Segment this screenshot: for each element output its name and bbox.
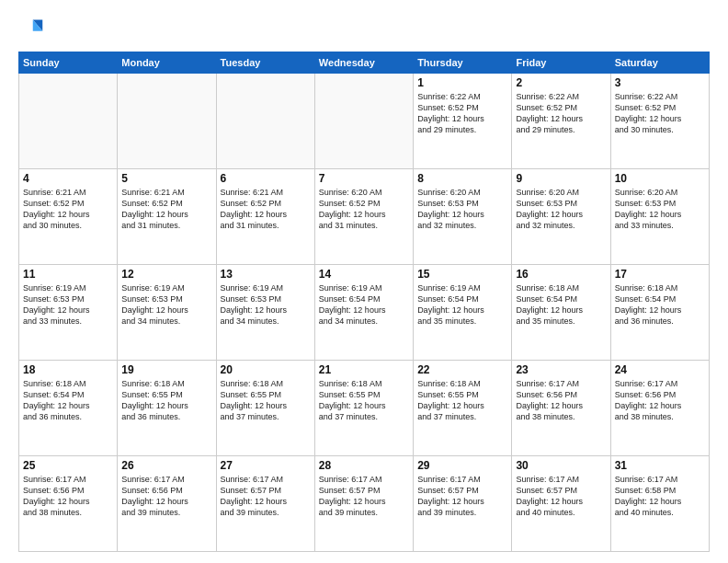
- day-number: 6: [221, 172, 311, 185]
- day-info: Sunrise: 6:19 AM Sunset: 6:53 PM Dayligh…: [221, 282, 311, 327]
- day-cell: 23Sunrise: 6:17 AM Sunset: 6:56 PM Dayli…: [512, 361, 610, 456]
- day-cell: 15Sunrise: 6:19 AM Sunset: 6:54 PM Dayli…: [414, 265, 512, 361]
- day-number: 8: [417, 172, 507, 185]
- day-info: Sunrise: 6:21 AM Sunset: 6:52 PM Dayligh…: [121, 187, 211, 232]
- day-number: 24: [615, 363, 705, 376]
- day-info: Sunrise: 6:17 AM Sunset: 6:56 PM Dayligh…: [121, 474, 211, 519]
- day-cell: [216, 74, 314, 169]
- day-number: 12: [121, 268, 211, 281]
- day-cell: 14Sunrise: 6:19 AM Sunset: 6:54 PM Dayli…: [314, 265, 413, 361]
- day-info: Sunrise: 6:21 AM Sunset: 6:52 PM Dayligh…: [23, 187, 113, 232]
- day-number: 25: [23, 459, 113, 472]
- day-cell: 28Sunrise: 6:17 AM Sunset: 6:57 PM Dayli…: [314, 456, 413, 552]
- day-cell: [118, 74, 216, 169]
- col-header-monday: Monday: [118, 52, 216, 74]
- day-info: Sunrise: 6:21 AM Sunset: 6:52 PM Dayligh…: [221, 187, 311, 232]
- day-number: 13: [221, 268, 311, 281]
- day-cell: 8Sunrise: 6:20 AM Sunset: 6:53 PM Daylig…: [414, 169, 512, 265]
- calendar-table: SundayMondayTuesdayWednesdayThursdayFrid…: [18, 52, 710, 552]
- day-cell: 22Sunrise: 6:18 AM Sunset: 6:55 PM Dayli…: [414, 361, 512, 456]
- day-info: Sunrise: 6:17 AM Sunset: 6:56 PM Dayligh…: [615, 378, 705, 423]
- day-cell: 7Sunrise: 6:20 AM Sunset: 6:52 PM Daylig…: [314, 169, 413, 265]
- day-cell: 31Sunrise: 6:17 AM Sunset: 6:58 PM Dayli…: [610, 456, 709, 552]
- day-info: Sunrise: 6:18 AM Sunset: 6:55 PM Dayligh…: [221, 378, 311, 423]
- day-cell: 24Sunrise: 6:17 AM Sunset: 6:56 PM Dayli…: [610, 361, 709, 456]
- col-header-sunday: Sunday: [19, 52, 118, 74]
- day-info: Sunrise: 6:17 AM Sunset: 6:56 PM Dayligh…: [23, 474, 113, 519]
- week-row-5: 25Sunrise: 6:17 AM Sunset: 6:56 PM Dayli…: [19, 456, 710, 552]
- day-info: Sunrise: 6:17 AM Sunset: 6:57 PM Dayligh…: [516, 474, 606, 519]
- day-cell: 13Sunrise: 6:19 AM Sunset: 6:53 PM Dayli…: [216, 265, 314, 361]
- logo: [18, 17, 48, 42]
- day-cell: 3Sunrise: 6:22 AM Sunset: 6:52 PM Daylig…: [610, 74, 709, 169]
- day-info: Sunrise: 6:18 AM Sunset: 6:55 PM Dayligh…: [319, 378, 409, 423]
- day-cell: 16Sunrise: 6:18 AM Sunset: 6:54 PM Dayli…: [512, 265, 610, 361]
- header: [18, 17, 710, 42]
- week-row-4: 18Sunrise: 6:18 AM Sunset: 6:54 PM Dayli…: [19, 361, 710, 456]
- day-number: 3: [615, 76, 705, 89]
- day-number: 15: [417, 268, 507, 281]
- day-cell: [314, 74, 413, 169]
- day-number: 9: [516, 172, 606, 185]
- day-info: Sunrise: 6:18 AM Sunset: 6:54 PM Dayligh…: [23, 378, 113, 423]
- day-cell: 19Sunrise: 6:18 AM Sunset: 6:55 PM Dayli…: [118, 361, 216, 456]
- page: SundayMondayTuesdayWednesdayThursdayFrid…: [0, 0, 728, 563]
- day-cell: 11Sunrise: 6:19 AM Sunset: 6:53 PM Dayli…: [19, 265, 118, 361]
- day-cell: 6Sunrise: 6:21 AM Sunset: 6:52 PM Daylig…: [216, 169, 314, 265]
- day-info: Sunrise: 6:20 AM Sunset: 6:53 PM Dayligh…: [417, 187, 507, 232]
- day-info: Sunrise: 6:19 AM Sunset: 6:54 PM Dayligh…: [319, 282, 409, 327]
- day-cell: 17Sunrise: 6:18 AM Sunset: 6:54 PM Dayli…: [610, 265, 709, 361]
- col-header-saturday: Saturday: [610, 52, 709, 74]
- day-cell: 18Sunrise: 6:18 AM Sunset: 6:54 PM Dayli…: [19, 361, 118, 456]
- day-number: 26: [121, 459, 211, 472]
- week-row-3: 11Sunrise: 6:19 AM Sunset: 6:53 PM Dayli…: [19, 265, 710, 361]
- day-number: 30: [516, 459, 606, 472]
- day-cell: 26Sunrise: 6:17 AM Sunset: 6:56 PM Dayli…: [118, 456, 216, 552]
- day-cell: 10Sunrise: 6:20 AM Sunset: 6:53 PM Dayli…: [610, 169, 709, 265]
- day-number: 23: [516, 363, 606, 376]
- day-info: Sunrise: 6:18 AM Sunset: 6:55 PM Dayligh…: [417, 378, 507, 423]
- day-cell: 12Sunrise: 6:19 AM Sunset: 6:53 PM Dayli…: [118, 265, 216, 361]
- day-number: 17: [615, 268, 705, 281]
- day-number: 16: [516, 268, 606, 281]
- day-number: 18: [23, 363, 113, 376]
- day-cell: 20Sunrise: 6:18 AM Sunset: 6:55 PM Dayli…: [216, 361, 314, 456]
- logo-icon: [18, 17, 44, 42]
- day-number: 4: [23, 172, 113, 185]
- day-info: Sunrise: 6:19 AM Sunset: 6:53 PM Dayligh…: [23, 282, 113, 327]
- day-number: 27: [221, 459, 311, 472]
- day-cell: 21Sunrise: 6:18 AM Sunset: 6:55 PM Dayli…: [314, 361, 413, 456]
- day-number: 2: [516, 76, 606, 89]
- day-info: Sunrise: 6:19 AM Sunset: 6:54 PM Dayligh…: [417, 282, 507, 327]
- col-header-friday: Friday: [512, 52, 610, 74]
- day-cell: 30Sunrise: 6:17 AM Sunset: 6:57 PM Dayli…: [512, 456, 610, 552]
- day-cell: 9Sunrise: 6:20 AM Sunset: 6:53 PM Daylig…: [512, 169, 610, 265]
- day-cell: 2Sunrise: 6:22 AM Sunset: 6:52 PM Daylig…: [512, 74, 610, 169]
- day-cell: 27Sunrise: 6:17 AM Sunset: 6:57 PM Dayli…: [216, 456, 314, 552]
- day-info: Sunrise: 6:17 AM Sunset: 6:58 PM Dayligh…: [615, 474, 705, 519]
- day-number: 31: [615, 459, 705, 472]
- day-info: Sunrise: 6:18 AM Sunset: 6:54 PM Dayligh…: [615, 282, 705, 327]
- day-info: Sunrise: 6:22 AM Sunset: 6:52 PM Dayligh…: [615, 91, 705, 136]
- day-info: Sunrise: 6:17 AM Sunset: 6:56 PM Dayligh…: [516, 378, 606, 423]
- col-header-wednesday: Wednesday: [314, 52, 413, 74]
- day-info: Sunrise: 6:22 AM Sunset: 6:52 PM Dayligh…: [417, 91, 507, 136]
- day-info: Sunrise: 6:22 AM Sunset: 6:52 PM Dayligh…: [516, 91, 606, 136]
- calendar-header-row: SundayMondayTuesdayWednesdayThursdayFrid…: [19, 52, 710, 74]
- day-number: 29: [417, 459, 507, 472]
- day-cell: [19, 74, 118, 169]
- day-cell: 4Sunrise: 6:21 AM Sunset: 6:52 PM Daylig…: [19, 169, 118, 265]
- week-row-1: 1Sunrise: 6:22 AM Sunset: 6:52 PM Daylig…: [19, 74, 710, 169]
- day-number: 19: [121, 363, 211, 376]
- day-info: Sunrise: 6:20 AM Sunset: 6:53 PM Dayligh…: [615, 187, 705, 232]
- day-info: Sunrise: 6:20 AM Sunset: 6:52 PM Dayligh…: [319, 187, 409, 232]
- day-number: 21: [319, 363, 409, 376]
- day-info: Sunrise: 6:20 AM Sunset: 6:53 PM Dayligh…: [516, 187, 606, 232]
- day-cell: 25Sunrise: 6:17 AM Sunset: 6:56 PM Dayli…: [19, 456, 118, 552]
- day-number: 5: [121, 172, 211, 185]
- day-info: Sunrise: 6:18 AM Sunset: 6:54 PM Dayligh…: [516, 282, 606, 327]
- day-info: Sunrise: 6:17 AM Sunset: 6:57 PM Dayligh…: [221, 474, 311, 519]
- day-number: 7: [319, 172, 409, 185]
- day-info: Sunrise: 6:18 AM Sunset: 6:55 PM Dayligh…: [121, 378, 211, 423]
- col-header-thursday: Thursday: [414, 52, 512, 74]
